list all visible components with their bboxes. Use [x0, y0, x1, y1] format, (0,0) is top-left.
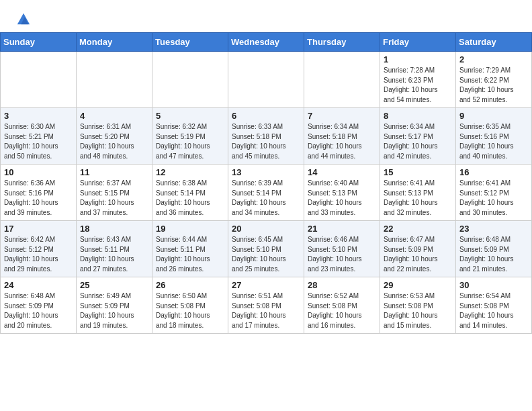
weekday-header-thursday: Thursday — [304, 33, 380, 52]
day-cell-13: 13Sunrise: 6:39 AM Sunset: 5:14 PM Dayli… — [228, 165, 304, 221]
day-cell-28: 28Sunrise: 6:52 AM Sunset: 5:08 PM Dayli… — [304, 277, 380, 334]
day-info: Sunrise: 6:31 AM Sunset: 5:20 PM Dayligh… — [80, 122, 148, 161]
header — [0, 0, 532, 32]
day-info: Sunrise: 6:49 AM Sunset: 5:09 PM Dayligh… — [80, 291, 148, 330]
day-number: 22 — [384, 224, 452, 234]
day-info: Sunrise: 6:34 AM Sunset: 5:18 PM Dayligh… — [308, 122, 376, 161]
day-cell-15: 15Sunrise: 6:41 AM Sunset: 5:13 PM Dayli… — [380, 165, 456, 221]
day-cell-10: 10Sunrise: 6:36 AM Sunset: 5:16 PM Dayli… — [1, 165, 77, 221]
weekday-header-sunday: Sunday — [1, 33, 77, 52]
day-info: Sunrise: 6:53 AM Sunset: 5:08 PM Dayligh… — [384, 291, 452, 330]
day-number: 8 — [384, 111, 452, 121]
day-number: 13 — [232, 167, 300, 177]
day-cell-2: 2Sunrise: 7:29 AM Sunset: 6:22 PM Daylig… — [456, 52, 532, 108]
empty-cell — [304, 52, 380, 108]
day-info: Sunrise: 6:48 AM Sunset: 5:09 PM Dayligh… — [4, 291, 73, 330]
logo-icon — [16, 12, 31, 27]
day-number: 23 — [459, 224, 528, 234]
day-number: 12 — [156, 167, 224, 177]
day-number: 2 — [459, 54, 528, 64]
day-number: 18 — [80, 224, 148, 234]
day-info: Sunrise: 6:34 AM Sunset: 5:17 PM Dayligh… — [384, 122, 452, 161]
calendar-table: SundayMondayTuesdayWednesdayThursdayFrid… — [0, 32, 532, 334]
day-cell-16: 16Sunrise: 6:41 AM Sunset: 5:12 PM Dayli… — [456, 165, 532, 221]
day-cell-5: 5Sunrise: 6:32 AM Sunset: 5:19 PM Daylig… — [152, 108, 228, 165]
day-cell-12: 12Sunrise: 6:38 AM Sunset: 5:14 PM Dayli… — [152, 165, 228, 221]
day-cell-27: 27Sunrise: 6:51 AM Sunset: 5:08 PM Dayli… — [228, 277, 304, 334]
day-cell-8: 8Sunrise: 6:34 AM Sunset: 5:17 PM Daylig… — [380, 108, 456, 165]
day-cell-24: 24Sunrise: 6:48 AM Sunset: 5:09 PM Dayli… — [1, 277, 77, 334]
day-cell-23: 23Sunrise: 6:48 AM Sunset: 5:09 PM Dayli… — [456, 221, 532, 277]
day-number: 28 — [308, 280, 376, 290]
day-info: Sunrise: 7:28 AM Sunset: 6:23 PM Dayligh… — [384, 66, 452, 105]
day-number: 27 — [232, 280, 300, 290]
empty-cell — [228, 52, 304, 108]
day-number: 14 — [308, 167, 376, 177]
day-info: Sunrise: 6:48 AM Sunset: 5:09 PM Dayligh… — [459, 235, 528, 274]
week-row-5: 24Sunrise: 6:48 AM Sunset: 5:09 PM Dayli… — [1, 277, 532, 334]
week-row-1: 1Sunrise: 7:28 AM Sunset: 6:23 PM Daylig… — [1, 52, 532, 108]
day-number: 19 — [156, 224, 224, 234]
day-number: 3 — [4, 111, 73, 121]
day-info: Sunrise: 6:45 AM Sunset: 5:10 PM Dayligh… — [232, 235, 300, 274]
day-cell-22: 22Sunrise: 6:47 AM Sunset: 5:09 PM Dayli… — [380, 221, 456, 277]
page: SundayMondayTuesdayWednesdayThursdayFrid… — [0, 0, 532, 334]
weekday-header-wednesday: Wednesday — [228, 33, 304, 52]
empty-cell — [1, 52, 77, 108]
day-number: 29 — [384, 280, 452, 290]
day-number: 10 — [4, 167, 73, 177]
day-number: 21 — [308, 224, 376, 234]
logo — [13, 12, 31, 27]
day-number: 20 — [232, 224, 300, 234]
day-info: Sunrise: 6:35 AM Sunset: 5:16 PM Dayligh… — [459, 122, 528, 161]
day-info: Sunrise: 6:40 AM Sunset: 5:13 PM Dayligh… — [308, 179, 376, 218]
day-cell-21: 21Sunrise: 6:46 AM Sunset: 5:10 PM Dayli… — [304, 221, 380, 277]
week-row-2: 3Sunrise: 6:30 AM Sunset: 5:21 PM Daylig… — [1, 108, 532, 165]
day-info: Sunrise: 6:44 AM Sunset: 5:11 PM Dayligh… — [156, 235, 224, 274]
day-info: Sunrise: 7:29 AM Sunset: 6:22 PM Dayligh… — [459, 66, 528, 105]
day-number: 9 — [459, 111, 528, 121]
day-info: Sunrise: 6:39 AM Sunset: 5:14 PM Dayligh… — [232, 179, 300, 218]
day-cell-30: 30Sunrise: 6:54 AM Sunset: 5:08 PM Dayli… — [456, 277, 532, 334]
day-info: Sunrise: 6:37 AM Sunset: 5:15 PM Dayligh… — [80, 179, 148, 218]
day-number: 6 — [232, 111, 300, 121]
weekday-header-saturday: Saturday — [456, 33, 532, 52]
day-cell-29: 29Sunrise: 6:53 AM Sunset: 5:08 PM Dayli… — [380, 277, 456, 334]
day-number: 5 — [156, 111, 224, 121]
day-cell-7: 7Sunrise: 6:34 AM Sunset: 5:18 PM Daylig… — [304, 108, 380, 165]
day-info: Sunrise: 6:41 AM Sunset: 5:13 PM Dayligh… — [384, 179, 452, 218]
day-number: 17 — [4, 224, 73, 234]
day-cell-17: 17Sunrise: 6:42 AM Sunset: 5:12 PM Dayli… — [1, 221, 77, 277]
day-info: Sunrise: 6:33 AM Sunset: 5:18 PM Dayligh… — [232, 122, 300, 161]
day-info: Sunrise: 6:52 AM Sunset: 5:08 PM Dayligh… — [308, 291, 376, 330]
empty-cell — [77, 52, 152, 108]
day-number: 7 — [308, 111, 376, 121]
day-cell-20: 20Sunrise: 6:45 AM Sunset: 5:10 PM Dayli… — [228, 221, 304, 277]
day-info: Sunrise: 6:30 AM Sunset: 5:21 PM Dayligh… — [4, 122, 73, 161]
day-info: Sunrise: 6:46 AM Sunset: 5:10 PM Dayligh… — [308, 235, 376, 274]
day-number: 15 — [384, 167, 452, 177]
day-number: 16 — [459, 167, 528, 177]
day-cell-14: 14Sunrise: 6:40 AM Sunset: 5:13 PM Dayli… — [304, 165, 380, 221]
day-cell-11: 11Sunrise: 6:37 AM Sunset: 5:15 PM Dayli… — [77, 165, 152, 221]
day-cell-6: 6Sunrise: 6:33 AM Sunset: 5:18 PM Daylig… — [228, 108, 304, 165]
day-cell-26: 26Sunrise: 6:50 AM Sunset: 5:08 PM Dayli… — [152, 277, 228, 334]
day-info: Sunrise: 6:42 AM Sunset: 5:12 PM Dayligh… — [4, 235, 73, 274]
day-info: Sunrise: 6:36 AM Sunset: 5:16 PM Dayligh… — [4, 179, 73, 218]
day-info: Sunrise: 6:51 AM Sunset: 5:08 PM Dayligh… — [232, 291, 300, 330]
logo-area — [13, 12, 31, 27]
day-info: Sunrise: 6:50 AM Sunset: 5:08 PM Dayligh… — [156, 291, 224, 330]
week-row-4: 17Sunrise: 6:42 AM Sunset: 5:12 PM Dayli… — [1, 221, 532, 277]
week-row-3: 10Sunrise: 6:36 AM Sunset: 5:16 PM Dayli… — [1, 165, 532, 221]
day-number: 30 — [459, 280, 528, 290]
day-cell-18: 18Sunrise: 6:43 AM Sunset: 5:11 PM Dayli… — [77, 221, 152, 277]
day-number: 24 — [4, 280, 73, 290]
day-info: Sunrise: 6:47 AM Sunset: 5:09 PM Dayligh… — [384, 235, 452, 274]
day-cell-25: 25Sunrise: 6:49 AM Sunset: 5:09 PM Dayli… — [77, 277, 152, 334]
weekday-header-tuesday: Tuesday — [152, 33, 228, 52]
day-cell-4: 4Sunrise: 6:31 AM Sunset: 5:20 PM Daylig… — [77, 108, 152, 165]
day-info: Sunrise: 6:32 AM Sunset: 5:19 PM Dayligh… — [156, 122, 224, 161]
day-number: 26 — [156, 280, 224, 290]
day-cell-19: 19Sunrise: 6:44 AM Sunset: 5:11 PM Dayli… — [152, 221, 228, 277]
weekday-header-monday: Monday — [77, 33, 152, 52]
